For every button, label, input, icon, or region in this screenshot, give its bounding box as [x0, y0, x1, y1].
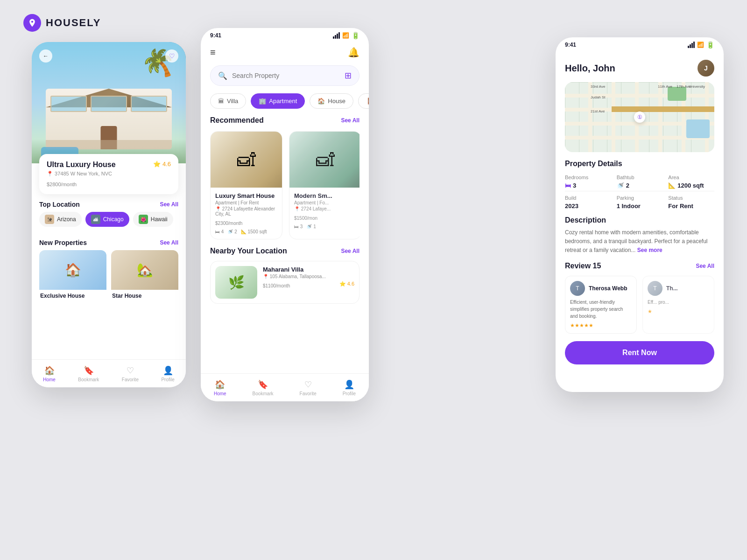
signal-icon — [333, 32, 340, 39]
tab-villa[interactable]: 🏛 Villa — [210, 93, 246, 109]
see-more-link[interactable]: See more — [637, 247, 662, 253]
tab-room[interactable]: 🚪 Room — [358, 93, 369, 109]
property-price: $2800/month — [47, 180, 171, 188]
top-location-see-all[interactable]: See All — [160, 201, 178, 208]
villa-icon: 🏛 — [218, 98, 224, 105]
review-text-2: Eff... pro... — [648, 299, 709, 306]
nearby-card-rating: ⭐ 4.6 — [339, 281, 354, 287]
description-text: Cozy rental home with modern amenities, … — [565, 228, 714, 255]
back-button[interactable]: ← — [39, 49, 52, 63]
featured-property-card: Ultra Luxury House ⭐ 4.6 📍 37485 W New Y… — [39, 154, 178, 194]
menu-icon[interactable]: ≡ — [210, 47, 216, 58]
description-title: Description — [565, 216, 714, 224]
battery-icon: 🔋 — [352, 32, 359, 39]
review-card-2: T Th... Eff... pro... ★ — [642, 276, 714, 334]
status-icons-3: 📶 🔋 — [688, 41, 714, 49]
phone3-header: Hello, John J — [556, 52, 724, 82]
status-bar-2: 9:41 📶 🔋 — [201, 28, 369, 43]
nav-profile-1[interactable]: 👤 Profile — [161, 365, 174, 382]
map-label-33rd: 33rd Ave — [591, 84, 605, 89]
recommended-title: Recommended — [210, 116, 264, 125]
map-label-17th: 17th Ave — [677, 84, 691, 89]
nav-favorite-2[interactable]: ♡ Favorite — [300, 379, 317, 396]
map-label-university: University — [689, 84, 705, 89]
reviewer-name-1: Therosa Webb — [589, 285, 627, 292]
new-properties-header: New Properties See All — [32, 232, 186, 250]
nav-home-1[interactable]: 🏠 Home — [43, 365, 56, 382]
rent-now-button[interactable]: Rent Now — [565, 341, 714, 364]
property-details-grid: Bedrooms 🛏 3 Bathtub 🚿 2 Area 📐 1200 sqf… — [565, 175, 714, 189]
nav-profile-2[interactable]: 👤 Profile — [343, 379, 356, 396]
tab-house[interactable]: 🏠 House — [310, 93, 353, 109]
phone2: 9:41 📶 🔋 ≡ 🔔 🔍 ⊞ 🏛 Villa 🏢 Apart — [201, 28, 369, 401]
reviews-see-all[interactable]: See All — [696, 263, 714, 269]
pd-status-value: For Rent — [668, 203, 714, 210]
tab-apartment[interactable]: 🏢 Apartment — [251, 93, 305, 109]
nearby-card-1[interactable]: 🌿 Maharani Villa 📍 105 Alabama, Tallapoo… — [210, 261, 359, 304]
nearby-title: Nearby Your Location — [210, 247, 287, 255]
notification-icon[interactable]: 🔔 — [348, 47, 359, 58]
review-stars-1: ★★★★★ — [570, 322, 632, 329]
nav-favorite-1[interactable]: ♡ Favorite — [122, 365, 139, 382]
nav-bookmark-2[interactable]: 🔖 Bookmark — [253, 379, 274, 396]
rec-card-body-2: Modern Sm... Apartment | Fo... 📍 2724 La… — [289, 188, 359, 234]
bath-icon: 🚿 — [617, 182, 624, 189]
rec-card-addr-1: 📍 2724 Lafayette Alexander City, AL — [215, 206, 277, 217]
status-time-2: 9:41 — [210, 32, 221, 39]
location-chip-chicago[interactable]: 🏙 9:41 Chicago — [85, 212, 129, 227]
map-view[interactable]: Judah St 21st Ave University 33rd Ave 11… — [565, 82, 714, 152]
rec-card-body-1: Luxury Smart House Apartment | For Rent … — [211, 188, 282, 239]
search-bar[interactable]: 🔍 ⊞ — [210, 65, 359, 86]
property-thumb-star[interactable]: 🏡 Star House — [111, 250, 178, 299]
property-name: Ultra Luxury House — [47, 161, 171, 169]
new-properties-see-all[interactable]: See All — [160, 239, 178, 246]
nearby-card-addr: 📍 105 Alabama, Tallapoosa... — [263, 274, 354, 279]
pd-area-value: 📐 1200 sqft — [668, 182, 714, 189]
property-details-title: Property Details — [565, 160, 714, 168]
reviewer-avatar-2: T — [648, 281, 662, 296]
pd-build: Build 2023 — [565, 195, 611, 210]
pd-status: Status For Rent — [668, 195, 714, 210]
review-card-1: T Therosa Webb Efficient, user-friendly … — [565, 276, 637, 334]
location-chip-hawaii[interactable]: 🌺 Hawaii — [133, 212, 173, 227]
nearby-see-all[interactable]: See All — [341, 248, 359, 254]
property-thumb-exclusive[interactable]: 🏠 Exclusive House — [39, 250, 106, 299]
search-input[interactable] — [232, 72, 340, 79]
greeting: Hello, John — [565, 63, 615, 74]
pd-area-label: Area — [668, 175, 714, 180]
house-icon: 🏠 — [317, 98, 325, 105]
hello-text: Hello, John — [565, 63, 615, 74]
pd-bathtub-label: Bathtub — [617, 175, 663, 180]
recommended-see-all[interactable]: See All — [341, 117, 359, 124]
map-label-11th: 11th Ave — [658, 84, 672, 89]
apartment-icon: 🏢 — [259, 98, 266, 105]
pd-parking-value: 1 Indoor — [617, 203, 663, 210]
property-thumb-img: 🏠 — [39, 250, 106, 290]
user-avatar[interactable]: J — [698, 60, 714, 77]
nav-bookmark-1[interactable]: 🔖 Bookmark — [78, 365, 99, 382]
reviewer-avatar-1: T — [570, 281, 585, 296]
recommended-header: Recommended See All — [210, 116, 359, 125]
pd-bathtub: Bathtub 🚿 2 — [617, 175, 663, 189]
location-chip-arizona[interactable]: 🏜 Arizona — [39, 212, 82, 227]
nav-home-2[interactable]: 🏠 Home — [214, 379, 226, 396]
rec-card-name-2: Modern Sm... — [294, 192, 356, 199]
review-text-1: Efficient, user-friendly simplifies prop… — [570, 299, 632, 320]
reviews-section: Review 15 See All T Therosa Webb Efficie… — [556, 255, 724, 334]
status-icons-2: 📶 🔋 — [333, 32, 359, 39]
pd-bedrooms-label: Bedrooms — [565, 175, 611, 180]
rec-card-2[interactable]: 🛋 Modern Sm... Apartment | Fo... 📍 2724 … — [289, 131, 359, 239]
room-icon: 🚪 — [366, 98, 369, 105]
pd-status-label: Status — [668, 195, 714, 201]
search-icon: 🔍 — [218, 71, 227, 80]
recommended-cards: 🛋 Luxury Smart House Apartment | For Ren… — [210, 131, 359, 239]
favorite-button[interactable]: ♡ — [165, 49, 178, 63]
reviewer-row-1: T Therosa Webb — [570, 281, 632, 296]
property-details-grid-2: Build 2023 Parking 1 Indoor Status For R… — [565, 195, 714, 210]
property-type-tabs: 🏛 Villa 🏢 Apartment 🏠 House 🚪 Room — [201, 86, 369, 116]
description-section: Description Cozy rental home with modern… — [556, 210, 724, 255]
filter-icon[interactable]: ⊞ — [345, 70, 352, 81]
rec-card-1[interactable]: 🛋 Luxury Smart House Apartment | For Ren… — [210, 131, 282, 239]
review-cards: T Therosa Webb Efficient, user-friendly … — [565, 276, 714, 334]
pd-parking: Parking 1 Indoor — [617, 195, 663, 210]
